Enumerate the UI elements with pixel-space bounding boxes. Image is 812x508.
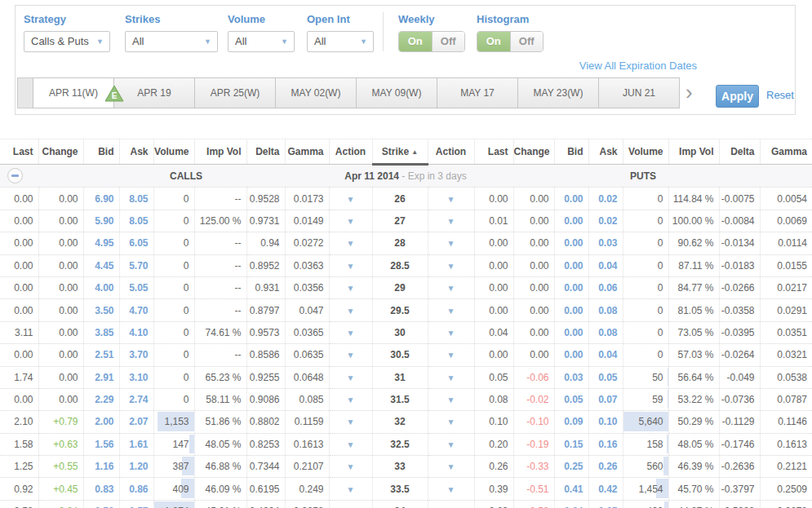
call-ask-cell[interactable]: 1.61: [119, 433, 153, 455]
call-bid-cell[interactable]: 4.95: [83, 232, 119, 254]
put-ask-cell[interactable]: 0.07: [588, 388, 623, 410]
weekly-off-button[interactable]: Off: [432, 32, 465, 51]
call-action-dropdown[interactable]: ▼: [329, 232, 372, 254]
call-ask-cell[interactable]: 4.10: [119, 321, 153, 343]
call-bid-cell[interactable]: 2.51: [83, 344, 119, 366]
put-bid-cell[interactable]: 0.15: [554, 433, 588, 455]
put-bid-cell[interactable]: 0.03: [554, 366, 588, 388]
call-action-dropdown[interactable]: ▼: [329, 188, 372, 210]
put-action-dropdown[interactable]: ▼: [428, 411, 474, 433]
put-bid-cell[interactable]: 0.64: [554, 500, 588, 508]
call-bid-cell[interactable]: 1.16: [83, 456, 119, 478]
call-header-action[interactable]: Action: [329, 139, 372, 165]
call-header-ask[interactable]: Ask: [119, 139, 153, 165]
expiration-tab-apr-11-w[interactable]: APR 11(W): [33, 77, 114, 108]
call-action-dropdown[interactable]: ▼: [329, 478, 372, 500]
call-action-dropdown[interactable]: ▼: [329, 433, 372, 455]
put-ask-cell[interactable]: 0.10: [588, 411, 623, 433]
put-header-delta[interactable]: Delta: [719, 139, 760, 165]
put-ask-cell[interactable]: 0.42: [588, 478, 623, 500]
expiration-tab-apr-25-w[interactable]: APR 25(W): [194, 77, 276, 108]
call-bid-cell[interactable]: 5.90: [83, 210, 119, 232]
expiration-tab-apr-19[interactable]: APR 19: [113, 77, 195, 108]
put-header-imp-vol[interactable]: Imp Vol: [668, 139, 719, 165]
put-bid-cell[interactable]: 0.00: [554, 276, 588, 298]
call-action-dropdown[interactable]: ▼: [329, 344, 372, 366]
put-bid-cell[interactable]: 0.00: [554, 299, 588, 321]
call-ask-cell[interactable]: 8.05: [119, 188, 153, 210]
call-bid-cell[interactable]: 4.45: [83, 254, 119, 276]
put-action-dropdown[interactable]: ▼: [428, 232, 474, 254]
call-bid-cell[interactable]: 3.50: [83, 299, 119, 321]
put-action-dropdown[interactable]: ▼: [428, 388, 474, 410]
expiration-tab-jun-21[interactable]: JUN 21: [598, 77, 680, 108]
put-action-dropdown[interactable]: ▼: [428, 478, 474, 500]
histogram-on-button[interactable]: On: [477, 32, 510, 51]
expiration-tab-may-09-w[interactable]: MAY 09(W): [356, 77, 437, 108]
put-action-dropdown[interactable]: ▼: [428, 433, 474, 455]
strikes-select[interactable]: All ▼: [125, 31, 218, 52]
put-ask-cell[interactable]: 0.03: [588, 232, 623, 254]
call-bid-cell[interactable]: 2.00: [83, 411, 119, 433]
put-header-change[interactable]: Change: [513, 139, 554, 165]
call-header-imp-vol[interactable]: Imp Vol: [194, 139, 246, 165]
call-ask-cell[interactable]: 0.57: [119, 500, 153, 508]
call-ask-cell[interactable]: 2.07: [119, 411, 153, 433]
call-bid-cell[interactable]: 6.90: [83, 188, 119, 210]
strike-header[interactable]: Strike▲: [372, 139, 428, 165]
put-bid-cell[interactable]: 0.00: [554, 321, 588, 343]
call-bid-cell[interactable]: 4.00: [83, 276, 119, 298]
put-header-ask[interactable]: Ask: [588, 139, 623, 165]
put-bid-cell[interactable]: 0.25: [554, 456, 588, 478]
put-action-dropdown[interactable]: ▼: [428, 276, 474, 298]
histogram-off-button[interactable]: Off: [510, 32, 544, 51]
put-ask-cell[interactable]: 0.08: [588, 299, 623, 321]
call-header-bid[interactable]: Bid: [83, 139, 119, 165]
put-action-dropdown[interactable]: ▼: [428, 366, 474, 388]
put-action-dropdown[interactable]: ▼: [428, 299, 474, 321]
call-ask-cell[interactable]: 3.70: [119, 344, 153, 366]
call-header-delta[interactable]: Delta: [246, 139, 285, 165]
call-action-dropdown[interactable]: ▼: [329, 321, 372, 343]
tabs-scroll-right-icon[interactable]: ›: [686, 77, 693, 107]
weekly-on-button[interactable]: On: [399, 32, 432, 51]
call-ask-cell[interactable]: 1.20: [119, 456, 153, 478]
put-action-dropdown[interactable]: ▼: [428, 344, 474, 366]
put-bid-cell[interactable]: 0.09: [554, 411, 588, 433]
put-ask-cell[interactable]: 0.04: [588, 254, 623, 276]
put-header-bid[interactable]: Bid: [554, 139, 588, 165]
put-bid-cell[interactable]: 0.00: [554, 344, 588, 366]
put-ask-cell[interactable]: 0.65: [588, 500, 623, 508]
apply-button[interactable]: Apply: [716, 85, 759, 108]
call-header-last[interactable]: Last: [0, 139, 38, 165]
put-action-dropdown[interactable]: ▼: [428, 456, 474, 478]
call-action-dropdown[interactable]: ▼: [329, 210, 372, 232]
expiration-tab-may-17[interactable]: MAY 17: [437, 77, 518, 108]
put-header-action[interactable]: Action: [428, 139, 474, 165]
call-ask-cell[interactable]: 6.05: [119, 232, 153, 254]
call-ask-cell[interactable]: 0.86: [119, 478, 153, 500]
put-header-gamma[interactable]: Gamma: [760, 139, 812, 165]
call-action-dropdown[interactable]: ▼: [329, 366, 372, 388]
call-ask-cell[interactable]: 5.05: [119, 276, 153, 298]
put-header-last[interactable]: Last: [474, 139, 513, 165]
call-header-change[interactable]: Change: [38, 139, 83, 165]
call-bid-cell[interactable]: 1.56: [83, 433, 119, 455]
put-ask-cell[interactable]: 0.26: [588, 456, 623, 478]
call-action-dropdown[interactable]: ▼: [329, 411, 372, 433]
put-ask-cell[interactable]: 0.02: [588, 188, 623, 210]
volume-select[interactable]: All ▼: [228, 31, 295, 52]
put-bid-cell[interactable]: 0.05: [554, 388, 588, 410]
put-bid-cell[interactable]: 0.00: [554, 210, 588, 232]
put-bid-cell[interactable]: 0.00: [554, 188, 588, 210]
call-action-dropdown[interactable]: ▼: [329, 254, 372, 276]
expiration-tab-may-02-w[interactable]: MAY 02(W): [275, 77, 357, 108]
expiration-tab-may-23-w[interactable]: MAY 23(W): [517, 77, 599, 108]
call-action-dropdown[interactable]: ▼: [329, 276, 372, 298]
call-action-dropdown[interactable]: ▼: [329, 299, 372, 321]
open-int-select[interactable]: All ▼: [307, 31, 374, 52]
put-bid-cell[interactable]: 0.41: [554, 478, 588, 500]
reset-link[interactable]: Reset: [766, 89, 794, 101]
tabs-scroll-left[interactable]: [17, 77, 33, 108]
put-ask-cell[interactable]: 0.16: [588, 433, 623, 455]
